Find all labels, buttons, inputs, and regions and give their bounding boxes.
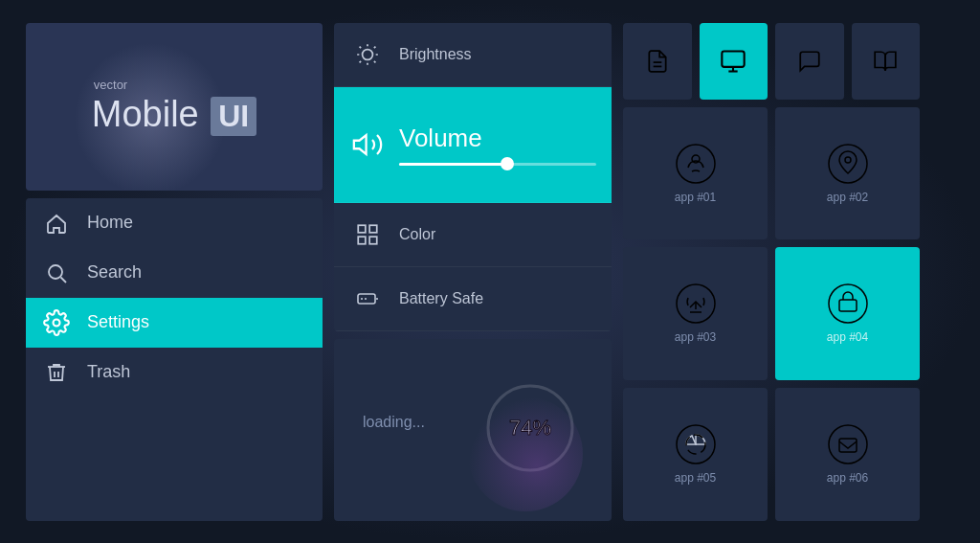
- nav-item-home[interactable]: Home: [26, 198, 323, 248]
- app-tile-03[interactable]: app #03: [623, 247, 768, 380]
- svg-point-3: [363, 49, 373, 59]
- top-icon-document[interactable]: [623, 23, 692, 100]
- app-06-label: app #06: [827, 471, 868, 485]
- search-icon: [41, 258, 72, 288]
- svg-point-38: [829, 425, 867, 464]
- svg-line-11: [374, 46, 376, 48]
- svg-point-31: [829, 145, 867, 183]
- brand-vector-label: vector: [94, 78, 256, 92]
- svg-line-7: [374, 60, 376, 62]
- left-panel: vector Mobile UI Home: [26, 23, 323, 521]
- svg-marker-12: [354, 135, 367, 154]
- svg-point-32: [845, 157, 851, 163]
- volume-slider-track[interactable]: [399, 163, 596, 166]
- home-icon: [41, 208, 72, 238]
- svg-point-34: [829, 284, 867, 323]
- right-panel: app #01 app #02: [623, 23, 920, 521]
- brightness-content: Brightness: [399, 46, 596, 63]
- app-01-label: app #01: [675, 191, 716, 204]
- svg-point-2: [54, 319, 60, 326]
- brightness-row[interactable]: Brightness: [334, 23, 612, 87]
- top-icons-row: [623, 23, 920, 100]
- svg-point-30: [692, 155, 700, 163]
- svg-rect-14: [369, 225, 377, 233]
- settings-icon: [41, 307, 72, 338]
- volume-row[interactable]: Volume: [334, 87, 612, 203]
- color-content: Color: [399, 226, 596, 243]
- app-tile-06[interactable]: app #06: [775, 388, 920, 521]
- color-label: Color: [399, 226, 435, 242]
- trash-icon: [41, 357, 72, 388]
- loading-text: loading...: [363, 414, 425, 431]
- app-05-label: app #05: [675, 471, 716, 485]
- brightness-label: Brightness: [399, 46, 472, 62]
- svg-text:74%: 74%: [509, 416, 551, 440]
- nav-item-settings[interactable]: Settings: [26, 298, 323, 348]
- volume-content: Volume: [399, 124, 596, 166]
- top-icon-chat[interactable]: [775, 23, 844, 100]
- svg-rect-17: [358, 294, 375, 304]
- nav-search-label: Search: [87, 262, 142, 283]
- app-tile-01[interactable]: app #01: [623, 107, 768, 240]
- battery-content: Battery Safe: [399, 290, 596, 307]
- volume-slider-thumb[interactable]: [501, 157, 514, 170]
- app-tile-02[interactable]: app #02: [775, 107, 920, 240]
- progress-circle-container: 74%: [478, 375, 583, 485]
- svg-line-10: [360, 60, 362, 62]
- middle-panel: Brightness Volume: [334, 23, 612, 521]
- svg-point-29: [677, 145, 715, 183]
- svg-point-0: [49, 265, 62, 279]
- battery-icon: [349, 281, 386, 317]
- svg-rect-15: [358, 237, 366, 244]
- svg-rect-35: [839, 300, 857, 311]
- loading-panel: loading... 74%: [334, 339, 612, 521]
- color-row[interactable]: Color: [334, 203, 612, 267]
- app-tile-05[interactable]: app #05: [623, 388, 768, 521]
- svg-line-1: [61, 277, 67, 283]
- progress-circle-svg: 74%: [478, 375, 583, 481]
- svg-rect-39: [839, 439, 857, 452]
- app-03-label: app #03: [675, 330, 716, 344]
- nav-item-search[interactable]: Search: [26, 248, 323, 298]
- svg-line-6: [360, 46, 362, 48]
- color-icon: [349, 216, 386, 253]
- volume-icon: [349, 126, 386, 163]
- volume-slider-fill: [399, 163, 507, 166]
- top-icon-monitor[interactable]: [700, 23, 768, 100]
- battery-row[interactable]: Battery Safe: [334, 267, 612, 331]
- svg-rect-26: [723, 51, 745, 66]
- brand-tile: vector Mobile UI: [26, 23, 323, 191]
- nav-settings-label: Settings: [87, 312, 149, 332]
- brand-mobile-label: Mobile: [92, 94, 199, 134]
- svg-rect-16: [369, 237, 377, 244]
- nav-trash-label: Trash: [87, 362, 130, 382]
- app-04-label: app #04: [827, 330, 868, 344]
- settings-panel: Brightness Volume: [334, 23, 612, 331]
- app-tile-04[interactable]: app #04: [775, 247, 920, 380]
- nav-list: Home Search: [26, 198, 323, 521]
- main-container: vector Mobile UI Home: [16, 13, 964, 531]
- brand-ui-label: UI: [211, 97, 256, 136]
- nav-home-label: Home: [87, 213, 133, 233]
- svg-rect-13: [358, 225, 366, 233]
- battery-label: Battery Safe: [399, 290, 483, 306]
- apps-grid: app #01 app #02: [623, 107, 920, 521]
- nav-item-trash[interactable]: Trash: [26, 348, 323, 397]
- svg-point-21: [488, 386, 572, 470]
- brand-text: vector Mobile UI: [92, 78, 256, 136]
- top-icon-book[interactable]: [852, 23, 921, 100]
- brightness-icon: [349, 36, 386, 73]
- volume-label: Volume: [399, 124, 596, 153]
- app-02-label: app #02: [827, 191, 868, 204]
- brand-name-row: Mobile UI: [92, 94, 256, 136]
